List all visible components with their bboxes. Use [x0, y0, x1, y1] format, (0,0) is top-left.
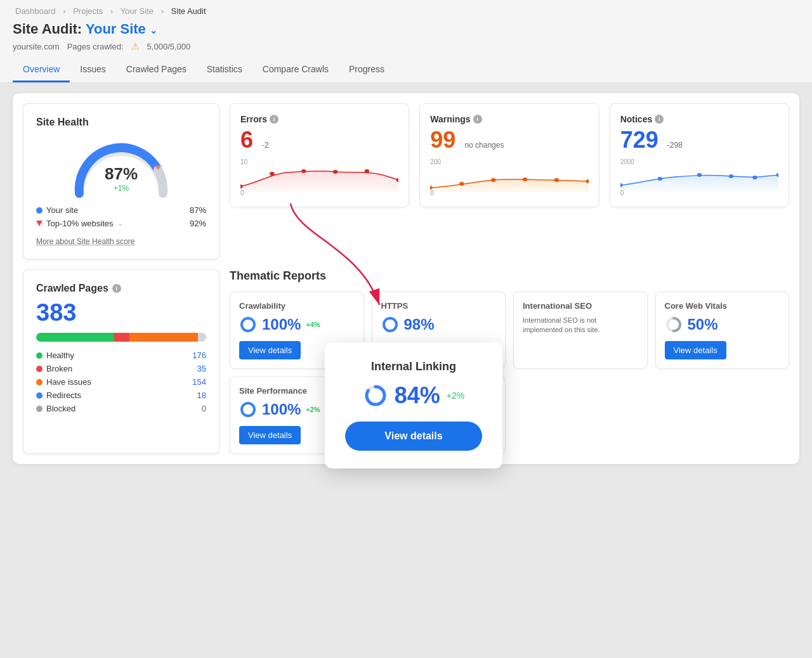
stat-healthy: Healthy 176	[36, 351, 206, 360]
breadcrumb-projects[interactable]: Projects	[73, 6, 103, 16]
svg-point-14	[657, 177, 662, 181]
top-bar: Dashboard › Projects › Your Site › Site …	[0, 0, 812, 83]
dot-broken	[36, 366, 43, 372]
dot-your-site	[36, 207, 43, 214]
svg-point-8	[459, 182, 464, 186]
stat-issues: Have issues 154	[36, 377, 206, 387]
triangle-icon	[36, 221, 43, 226]
legend-top-sites: Top-10% websites ⌄ 92%	[36, 219, 206, 228]
tab-compare-crawls[interactable]: Compare Crawls	[252, 58, 339, 82]
ring-core-web	[665, 316, 683, 333]
gauge-wrap: 87% +1%	[70, 138, 172, 195]
thematic-grid-1: Crawlability 100% +4% View details	[230, 292, 789, 369]
thematic-title: Thematic Reports	[230, 269, 789, 283]
tab-overview[interactable]: Overview	[13, 58, 70, 82]
errors-change: -2	[262, 141, 269, 150]
breadcrumb-sep1: ›	[63, 6, 68, 16]
top-sites-label: Top-10% websites	[46, 219, 114, 228]
svg-point-11	[554, 178, 559, 182]
gauge-value: 87%	[105, 164, 138, 184]
notices-info-icon[interactable]: i	[655, 115, 664, 124]
breadcrumb-sep2: ›	[110, 6, 115, 16]
progress-bar	[36, 333, 206, 342]
popup-percent: 84%	[395, 382, 440, 409]
site-name-link[interactable]: Your Site ⌄	[86, 21, 157, 37]
tab-issues[interactable]: Issues	[70, 58, 115, 82]
warnings-change: no changes	[464, 141, 504, 150]
gauge-change: +1%	[105, 184, 138, 193]
warnings-info-icon[interactable]: i	[473, 115, 482, 124]
dot-redirects	[36, 392, 43, 399]
tab-statistics[interactable]: Statistics	[197, 58, 252, 82]
metrics-right: Errors i 6 -2 10	[230, 103, 789, 259]
ring-crawlability	[239, 316, 257, 333]
svg-point-20	[242, 318, 254, 331]
warnings-chart: 200	[430, 158, 588, 197]
warnings-title: Warnings i	[430, 114, 588, 124]
site-url: yoursite.com	[13, 42, 60, 51]
stat-broken: Broken 35	[36, 364, 206, 373]
view-details-crawlability[interactable]: View details	[239, 341, 301, 359]
dot-healthy	[36, 352, 43, 359]
errors-info-icon[interactable]: i	[270, 115, 278, 124]
popup-title: Internal Linking	[345, 360, 482, 373]
pages-crawled-value: 5,000/5,000	[147, 42, 191, 51]
svg-point-15	[697, 173, 702, 177]
breadcrumb-dashboard[interactable]: Dashboard	[15, 6, 56, 16]
top-section: Site Health	[23, 103, 789, 259]
errors-value: 6	[240, 127, 253, 153]
tab-crawled-pages[interactable]: Crawled Pages	[116, 58, 197, 82]
svg-point-9	[491, 178, 495, 182]
metrics-row: Errors i 6 -2 10	[230, 103, 789, 207]
crawled-pages-info[interactable]: i	[112, 284, 121, 293]
thematic-reports: Thematic Reports Crawlability 100% +4%	[230, 269, 789, 454]
tab-progress[interactable]: Progress	[339, 58, 395, 82]
crawled-pages-card: Crawled Pages i 383 Healthy 176	[23, 269, 219, 454]
breadcrumb-site-audit: Site Audit	[171, 6, 206, 16]
notices-chart: 2000	[620, 158, 778, 197]
notices-value: 729	[620, 127, 658, 153]
breadcrumb-sep3: ›	[161, 6, 166, 16]
svg-point-31	[367, 387, 384, 404]
pb-other	[198, 333, 206, 342]
breadcrumb-your-site[interactable]: Your Site	[121, 6, 154, 16]
page-title: Site Audit: Your Site ⌄	[13, 21, 799, 37]
pages-crawled-label: Pages crawled:	[67, 42, 124, 51]
view-details-site-perf[interactable]: View details	[239, 426, 301, 444]
site-health-title: Site Health	[36, 117, 206, 128]
popup-view-details-btn[interactable]: View details	[345, 422, 482, 451]
svg-point-3	[301, 169, 306, 173]
legend-your-site: Your site 87%	[36, 205, 206, 215]
errors-title: Errors i	[240, 114, 398, 124]
thematic-grid-2: Site Performance 100% +2% View details	[230, 377, 789, 454]
errors-card: Errors i 6 -2 10	[230, 103, 409, 207]
chevron-top-sites[interactable]: ⌄	[117, 219, 123, 228]
subtitle: yoursite.com Pages crawled: ⚠ 5,000/5,00…	[13, 41, 799, 51]
warnings-value: 99	[430, 127, 455, 153]
site-health-card: Site Health	[23, 103, 219, 259]
warnings-card: Warnings i 99 no changes 200	[419, 103, 599, 207]
warning-icon: ⚠	[131, 41, 140, 51]
svg-point-2	[270, 172, 274, 176]
your-site-value: 87%	[190, 205, 206, 215]
stat-redirects: Redirects 18	[36, 390, 206, 400]
popup-change: +2%	[447, 390, 464, 401]
gauge-container: 87% +1%	[36, 138, 206, 195]
errors-chart: 10	[240, 158, 398, 197]
popup-pct-row: 84% +2%	[345, 382, 482, 409]
svg-point-16	[728, 174, 733, 178]
popup-ring-icon	[363, 383, 388, 408]
dot-blocked	[36, 406, 43, 412]
more-about-link[interactable]: More about Site Health score	[36, 237, 134, 246]
pb-issues	[129, 333, 197, 342]
pb-broken	[114, 333, 129, 342]
pb-healthy	[36, 333, 114, 342]
svg-point-26	[242, 403, 254, 416]
ring-https	[381, 316, 399, 333]
view-details-core-web[interactable]: View details	[665, 341, 726, 359]
crawled-pages-title: Crawled Pages i	[36, 283, 206, 294]
svg-point-10	[523, 177, 527, 181]
svg-point-22	[384, 318, 396, 331]
notices-change: -298	[667, 141, 683, 150]
svg-point-4	[333, 170, 337, 174]
